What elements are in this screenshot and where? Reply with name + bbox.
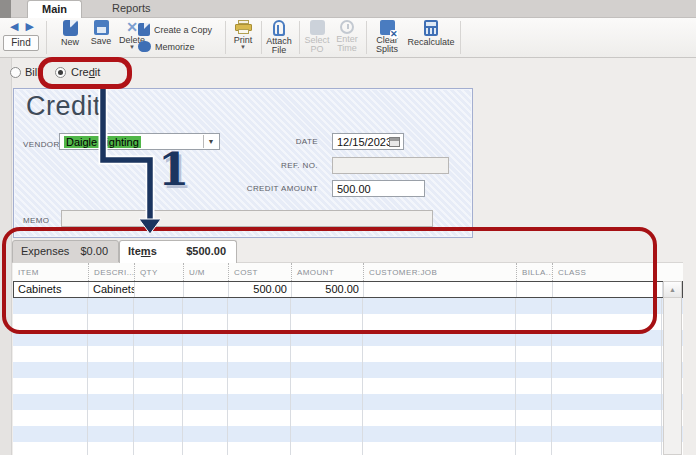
cell bbox=[552, 314, 662, 330]
cell bbox=[134, 394, 183, 410]
credit-radio[interactable] bbox=[55, 67, 66, 78]
cell bbox=[516, 346, 552, 362]
back-forward-icons[interactable]: ◀ ▶ bbox=[3, 20, 43, 33]
clear-splits-button[interactable]: Clear Splits bbox=[369, 20, 405, 54]
cell bbox=[13, 442, 88, 455]
cell bbox=[516, 298, 552, 314]
window-corner-block bbox=[0, 0, 11, 18]
credit-amount-value: 500.00 bbox=[337, 183, 371, 195]
cell bbox=[134, 378, 183, 394]
memo-field[interactable] bbox=[61, 210, 433, 227]
memorize-button[interactable]: Memorize bbox=[138, 39, 212, 54]
empty-row bbox=[13, 426, 683, 442]
cell bbox=[134, 426, 183, 442]
cell bbox=[363, 394, 516, 410]
cell bbox=[552, 442, 662, 455]
cell bbox=[552, 410, 662, 426]
cell bbox=[228, 362, 291, 378]
cell bbox=[88, 346, 134, 362]
cell bbox=[363, 426, 516, 442]
cell bbox=[552, 378, 662, 394]
tab-main[interactable]: Main bbox=[27, 0, 82, 18]
credit-amount-field[interactable]: 500.00 bbox=[332, 180, 425, 197]
cell[interactable]: Cabinets bbox=[89, 282, 135, 297]
cell[interactable] bbox=[364, 282, 517, 297]
empty-row bbox=[13, 314, 683, 330]
cell bbox=[516, 426, 552, 442]
vendor-dropdown-arrow-icon[interactable]: ▼ bbox=[203, 135, 218, 148]
scroll-up-arrow-icon[interactable]: ▲ bbox=[664, 282, 681, 298]
cell bbox=[13, 314, 88, 330]
find-button[interactable]: Find bbox=[3, 35, 39, 51]
column-header-um: U/M bbox=[183, 263, 228, 281]
cell bbox=[363, 346, 516, 362]
cell[interactable]: Cabinets bbox=[14, 282, 89, 297]
cell[interactable]: 500.00 bbox=[292, 282, 364, 297]
cell bbox=[363, 378, 516, 394]
form-title: Credit bbox=[26, 91, 101, 122]
expenses-tab-label: Expenses bbox=[21, 245, 69, 257]
cell bbox=[363, 362, 516, 378]
date-label: DATE bbox=[228, 137, 318, 146]
cell bbox=[13, 378, 88, 394]
vendor-combobox[interactable]: Daigle Lighting ▼ bbox=[59, 133, 220, 150]
items-tab-amount: $500.00 bbox=[186, 245, 226, 257]
cell bbox=[134, 362, 183, 378]
print-dropdown-caret[interactable]: ▼ bbox=[228, 45, 258, 49]
attach-file-button[interactable]: Attach File bbox=[263, 20, 295, 55]
bill-radio-label[interactable]: Bill bbox=[25, 66, 40, 78]
enter-time-clock-icon bbox=[340, 20, 354, 34]
cell[interactable] bbox=[517, 282, 553, 297]
create-a-copy-icon bbox=[138, 23, 150, 36]
tab-items[interactable]: Items $500.00 bbox=[119, 240, 237, 263]
column-header-cost: COST bbox=[228, 263, 291, 281]
cell bbox=[88, 394, 134, 410]
memorize-label: Memorize bbox=[155, 42, 195, 52]
recalculate-button[interactable]: Recalculate bbox=[405, 20, 457, 47]
empty-row bbox=[13, 362, 683, 378]
select-po-button: Select PO bbox=[302, 20, 332, 54]
copy-memorize-group: Create a Copy Memorize bbox=[138, 22, 212, 56]
toolbar-separator bbox=[261, 21, 262, 54]
cell bbox=[552, 298, 662, 314]
items-label-part: s bbox=[151, 245, 157, 257]
ref-no-field[interactable] bbox=[332, 157, 449, 174]
cell[interactable]: 500.00 bbox=[229, 282, 292, 297]
cell bbox=[291, 346, 363, 362]
cell bbox=[88, 298, 134, 314]
tab-expenses[interactable]: Expenses $0.00 bbox=[12, 240, 119, 263]
cell[interactable] bbox=[135, 282, 184, 297]
enter-time-button: Enter Time bbox=[332, 20, 362, 53]
cell bbox=[363, 314, 516, 330]
select-po-icon bbox=[310, 20, 325, 35]
credit-radio-label[interactable]: Credit bbox=[71, 66, 100, 78]
empty-row bbox=[13, 330, 683, 346]
print-button[interactable]: Print ▼ bbox=[228, 20, 258, 49]
document-type-selector: Bill Credit bbox=[0, 58, 696, 88]
items-table-body: CabinetsCabinets500.00500.00 bbox=[13, 281, 683, 455]
cell bbox=[134, 442, 183, 455]
column-header-class: CLASS bbox=[552, 263, 662, 281]
clear-splits-icon bbox=[380, 20, 395, 35]
cell[interactable] bbox=[184, 282, 229, 297]
date-field[interactable]: 12/15/2023 bbox=[332, 133, 404, 150]
new-button[interactable]: New bbox=[55, 20, 85, 47]
vertical-scrollbar[interactable]: ▲ bbox=[663, 281, 682, 455]
cell bbox=[88, 362, 134, 378]
cell bbox=[291, 314, 363, 330]
cell bbox=[516, 330, 552, 346]
cell bbox=[516, 314, 552, 330]
cell bbox=[183, 378, 228, 394]
calendar-icon[interactable] bbox=[389, 137, 400, 147]
item-row[interactable]: CabinetsCabinets500.00500.00 bbox=[13, 281, 683, 298]
tab-reports[interactable]: Reports bbox=[98, 0, 165, 18]
cell bbox=[363, 298, 516, 314]
find-group: ◀ ▶ Find bbox=[3, 20, 43, 51]
cell bbox=[291, 330, 363, 346]
cell bbox=[291, 362, 363, 378]
create-a-copy-button[interactable]: Create a Copy bbox=[138, 22, 212, 37]
bill-radio[interactable] bbox=[10, 67, 21, 78]
column-header-descri: DESCRI... bbox=[88, 263, 134, 281]
cell[interactable] bbox=[553, 282, 663, 297]
cell bbox=[516, 378, 552, 394]
